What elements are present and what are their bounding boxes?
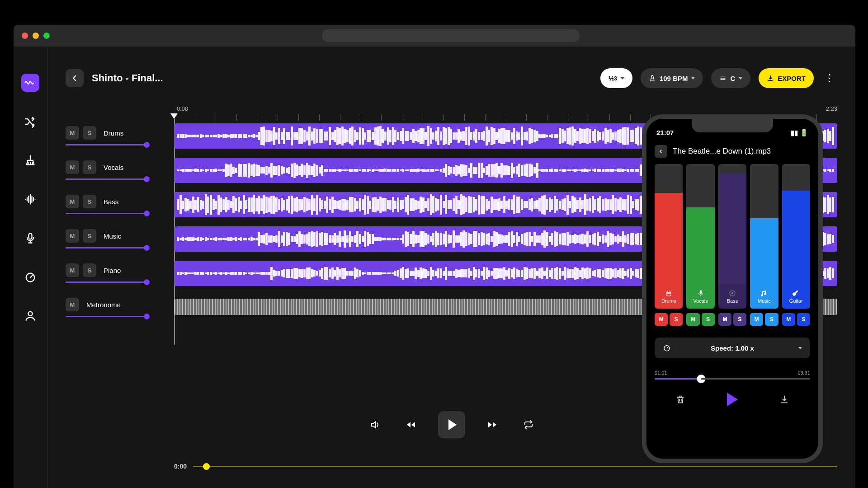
svg-point-2: [28, 312, 32, 316]
sidebar-shuffle-icon[interactable]: [21, 113, 39, 131]
stem-meter[interactable]: [718, 164, 746, 284]
window-minimize-dot[interactable]: [33, 33, 39, 39]
window-close-dot[interactable]: [22, 33, 28, 39]
forward-button[interactable]: [483, 416, 501, 434]
mute-button[interactable]: M: [66, 126, 79, 140]
window-maximize-dot[interactable]: [43, 33, 50, 39]
time-start: 0:00: [177, 105, 188, 112]
volume-slider[interactable]: [66, 282, 147, 283]
loop-button[interactable]: [519, 416, 538, 434]
count-in-selector[interactable]: ⅟₂3: [600, 68, 632, 88]
stem-label: Drums: [655, 284, 683, 309]
seekbar[interactable]: 0:00: [174, 463, 837, 470]
back-button[interactable]: [66, 69, 84, 87]
phone-solo-button[interactable]: S: [702, 313, 715, 326]
stem-meter[interactable]: [750, 164, 778, 284]
sidebar-account-icon[interactable]: [21, 307, 39, 325]
key-selector[interactable]: C: [711, 68, 750, 88]
svg-point-5: [731, 292, 734, 295]
stem-meter[interactable]: [782, 164, 810, 284]
time-end: 2:23: [826, 105, 837, 112]
sidebar-splitter-icon[interactable]: [21, 74, 39, 92]
phone-solo-button[interactable]: S: [733, 313, 746, 326]
play-button[interactable]: [438, 411, 465, 438]
track-name: Piano: [104, 267, 121, 274]
volume-slider[interactable]: [66, 178, 147, 180]
stem-meter[interactable]: [686, 164, 714, 284]
phone-solo-button[interactable]: S: [765, 313, 778, 326]
volume-slider[interactable]: [66, 247, 147, 249]
stem-meter[interactable]: [655, 164, 683, 284]
project-title: Shinto - Final...: [92, 72, 163, 84]
phone-mute-button[interactable]: M: [750, 313, 763, 326]
omnibox[interactable]: [322, 29, 580, 42]
phone-mute-button[interactable]: M: [718, 313, 731, 326]
solo-button[interactable]: S: [83, 229, 96, 243]
phone-download-button[interactable]: [775, 390, 793, 408]
phone-speed-selector[interactable]: Speed: 1.00 x: [655, 338, 810, 358]
track-name: Drums: [104, 129, 123, 137]
bpm-selector[interactable]: 109 BPM: [641, 68, 703, 88]
track-name: Music: [104, 232, 121, 240]
track-name: Metronome: [86, 301, 121, 309]
phone-delete-button[interactable]: [671, 390, 689, 408]
phone-mute-button[interactable]: M: [655, 313, 668, 326]
seek-time: 0:00: [174, 463, 187, 470]
solo-button[interactable]: S: [83, 126, 96, 140]
window-chrome: [14, 25, 855, 47]
phone-back-button[interactable]: [655, 145, 667, 158]
export-button[interactable]: EXPORT: [759, 68, 814, 88]
volume-slider[interactable]: [66, 213, 147, 214]
mute-button[interactable]: M: [66, 195, 79, 208]
phone-stem-meters: DrumsVocalsBassMusicGuitar: [655, 164, 810, 309]
mute-button[interactable]: M: [66, 229, 79, 243]
phone-mute-button[interactable]: M: [686, 313, 699, 326]
solo-button[interactable]: S: [83, 160, 96, 174]
volume-slider[interactable]: [66, 316, 147, 317]
mute-button[interactable]: M: [66, 298, 79, 311]
stem-label: Music: [750, 284, 778, 309]
phone-seek-end: 03:31: [797, 370, 810, 375]
sidebar-cleanup-icon[interactable]: [21, 151, 39, 169]
playhead[interactable]: [170, 113, 178, 119]
phone-track-title: The Beatle...e Down (1).mp3: [673, 147, 771, 156]
more-menu-button[interactable]: ⋮: [822, 72, 837, 84]
solo-button[interactable]: S: [83, 195, 96, 208]
mute-button[interactable]: M: [66, 160, 79, 174]
phone-solo-button[interactable]: S: [797, 313, 810, 326]
stem-label: Bass: [718, 284, 746, 309]
sidebar-tempo-icon[interactable]: [21, 268, 39, 286]
stem-label: Guitar: [782, 284, 810, 309]
phone-seek-start: 01:01: [655, 370, 667, 375]
phone-play-button[interactable]: [723, 390, 741, 408]
track-name: Bass: [104, 198, 118, 206]
svg-rect-0: [29, 234, 32, 239]
sidebar: [14, 47, 47, 488]
volume-slider[interactable]: [66, 144, 147, 145]
volume-button[interactable]: [366, 416, 384, 434]
track-name: Vocals: [104, 164, 123, 171]
mute-button[interactable]: M: [66, 263, 79, 277]
phone-seek-track[interactable]: [655, 378, 810, 380]
phone-solo-button[interactable]: S: [670, 313, 683, 326]
phone-mute-button[interactable]: M: [782, 313, 795, 326]
phone-battery-icon: ▮▮ 🔋: [791, 129, 808, 137]
sidebar-voice-icon[interactable]: [21, 190, 39, 208]
mobile-preview: 21:07 ▮▮ 🔋 The Beatle...e Down (1).mp3 D…: [642, 114, 823, 463]
rewind-button[interactable]: [402, 416, 420, 434]
svg-rect-3: [699, 290, 702, 294]
stem-label: Vocals: [686, 284, 714, 309]
sidebar-mic-icon[interactable]: [21, 229, 39, 247]
solo-button[interactable]: S: [83, 263, 96, 277]
